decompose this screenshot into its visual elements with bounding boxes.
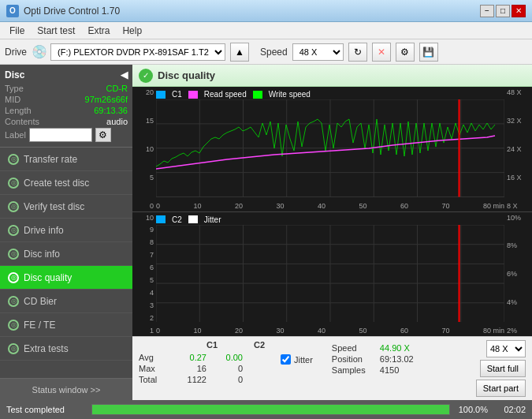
chart-bottom-svg	[156, 225, 504, 323]
disc-contents-row: Contents audio	[5, 117, 128, 126]
write-speed-legend-box	[253, 91, 262, 99]
chart-top-x-axis: 0 10 20 30 40 50 60 70 80 min	[156, 202, 504, 210]
sidebar-item-cd-bier[interactable]: ◎ CD Bier	[0, 290, 132, 313]
disc-info-icon: ◎	[8, 249, 19, 260]
transfer-rate-icon: ◎	[8, 154, 19, 165]
max-row: Max 16 0	[139, 364, 265, 373]
sidebar: Disc ◀ Type CD-R MID 97m26s66f Length 69…	[0, 65, 132, 400]
chart-top-y-axis: 20 15 10 5 0	[132, 87, 156, 211]
action-speed-select[interactable]: 48 X	[486, 340, 526, 357]
close-button[interactable]: ✕	[512, 5, 526, 17]
sidebar-item-drive-info-label: Drive info	[24, 225, 64, 236]
sidebar-item-disc-info[interactable]: ◎ Disc info	[0, 242, 132, 266]
label-gear-button[interactable]: ⚙	[95, 128, 111, 142]
disc-label-row: Label ⚙	[5, 128, 128, 142]
jitter-legend-box	[188, 215, 198, 223]
c1-legend-label: C1	[172, 90, 182, 99]
menu-start-test[interactable]: Start test	[31, 24, 81, 38]
settings-button[interactable]: ⚙	[396, 43, 415, 62]
disc-header: Disc ◀	[5, 69, 128, 80]
position-row: Position 69:13.02	[332, 354, 414, 364]
total-label: Total	[139, 375, 170, 384]
speed-value: 44.90 X	[380, 343, 410, 353]
disc-length-value: 69:13.36	[94, 106, 128, 115]
total-c2-value: 0	[211, 375, 243, 384]
jitter-section: Jitter	[281, 354, 313, 365]
progressbar: Test completed 100.0% 02:02	[0, 400, 532, 419]
refresh-button[interactable]: ↻	[348, 43, 367, 62]
disc-type-value: CD-R	[106, 84, 128, 93]
progress-bar-outer	[91, 404, 450, 415]
avg-label: Avg	[139, 353, 170, 362]
sidebar-item-extra-tests[interactable]: ◎ Extra tests	[0, 337, 132, 361]
disc-quality-icon-circle: ✓	[139, 69, 153, 83]
stats-bar: C1 C2 Avg 0.27 0.00 Max 16 0 Total 1122 …	[132, 336, 532, 400]
cd-bier-icon: ◎	[8, 296, 19, 307]
chart-top: C1 Read speed Write speed 20 15 10 5 0 4…	[132, 87, 532, 212]
chart-bottom-x-axis: 0 10 20 30 40 50 60 70 80 min	[156, 327, 504, 335]
disc-length-label: Length	[5, 106, 32, 115]
speed-label: Speed	[260, 47, 288, 58]
start-full-button[interactable]: Start full	[480, 360, 526, 377]
sidebar-item-fe-te[interactable]: ◎ FE / TE	[0, 313, 132, 337]
sidebar-item-verify-test-disc[interactable]: ◎ Verify test disc	[0, 195, 132, 219]
menu-help[interactable]: Help	[116, 24, 148, 38]
position-value: 69:13.02	[380, 354, 414, 364]
status-window-button[interactable]: Status window >>	[0, 378, 132, 400]
write-speed-legend-label: Write speed	[269, 90, 311, 99]
minimize-button[interactable]: −	[480, 5, 494, 17]
max-c2-value: 0	[211, 364, 243, 373]
chart-bottom-legend: C2 Jitter	[156, 215, 221, 224]
fe-te-icon: ◎	[8, 320, 19, 331]
c2-header: C2	[233, 340, 265, 350]
progress-percent: 100.0%	[456, 405, 488, 414]
drivebar: Drive 💿 (F:) PLEXTOR DVDR PX-891SAF 1.T2…	[0, 39, 532, 65]
drive-select[interactable]: (F:) PLEXTOR DVDR PX-891SAF 1.T2	[50, 43, 225, 61]
disc-mid-value: 97m26s66f	[85, 95, 128, 104]
c1-legend-box	[156, 91, 166, 99]
disc-panel: Disc ◀ Type CD-R MID 97m26s66f Length 69…	[0, 65, 132, 148]
titlebar-title: Opti Drive Control 1.70	[24, 6, 120, 17]
eject-button[interactable]: ▲	[230, 43, 249, 62]
samples-value: 4150	[380, 365, 399, 375]
disc-collapse-arrow[interactable]: ◀	[121, 69, 128, 80]
sidebar-item-create-test-disc[interactable]: ◎ Create test disc	[0, 171, 132, 195]
avg-c2-value: 0.00	[211, 353, 243, 362]
disc-label-input[interactable]	[29, 128, 92, 142]
drive-label: Drive	[5, 47, 27, 58]
samples-row: Samples 4150	[332, 365, 414, 375]
menubar: File Start test Extra Help	[0, 22, 532, 39]
extra-tests-icon: ◎	[8, 343, 19, 354]
sidebar-item-drive-info[interactable]: ◎ Drive info	[0, 219, 132, 242]
stats-c1c2: C1 C2 Avg 0.27 0.00 Max 16 0 Total 1122 …	[139, 340, 265, 384]
main-area: Disc ◀ Type CD-R MID 97m26s66f Length 69…	[0, 65, 532, 400]
sidebar-item-verify-test-disc-label: Verify test disc	[24, 201, 84, 212]
speed-label: Speed	[332, 343, 375, 353]
chart-top-legend: C1 Read speed Write speed	[156, 90, 311, 99]
disc-header-label: Disc	[5, 69, 24, 80]
c1-header: C1	[186, 340, 218, 350]
avg-row: Avg 0.27 0.00	[139, 353, 265, 362]
max-c1-value: 16	[175, 364, 206, 373]
menu-file[interactable]: File	[3, 24, 31, 38]
speed-select[interactable]: 48 X	[292, 43, 344, 61]
jitter-checkbox[interactable]	[281, 354, 291, 365]
progress-bar-inner	[92, 405, 449, 414]
c2-legend-box	[156, 215, 166, 223]
save-button[interactable]: 💾	[419, 43, 438, 62]
maximize-button[interactable]: □	[496, 5, 510, 17]
sidebar-item-transfer-rate-label: Transfer rate	[24, 154, 77, 165]
clear-button[interactable]: ✕	[372, 43, 391, 62]
sidebar-item-extra-tests-label: Extra tests	[24, 343, 69, 354]
sidebar-item-transfer-rate[interactable]: ◎ Transfer rate	[0, 148, 132, 171]
sidebar-item-disc-quality[interactable]: ◎ Disc quality	[0, 266, 132, 290]
stats-c1c2-header: C1 C2	[139, 340, 265, 350]
start-part-button[interactable]: Start part	[476, 380, 526, 397]
avg-c1-value: 0.27	[175, 353, 206, 362]
disc-contents-value: audio	[106, 117, 128, 126]
charts-area: C1 Read speed Write speed 20 15 10 5 0 4…	[132, 87, 532, 336]
menu-extra[interactable]: Extra	[81, 24, 116, 38]
disc-quality-title: Disc quality	[158, 69, 215, 81]
disc-type-row: Type CD-R	[5, 84, 128, 93]
disc-quality-icon: ◎	[8, 272, 19, 283]
